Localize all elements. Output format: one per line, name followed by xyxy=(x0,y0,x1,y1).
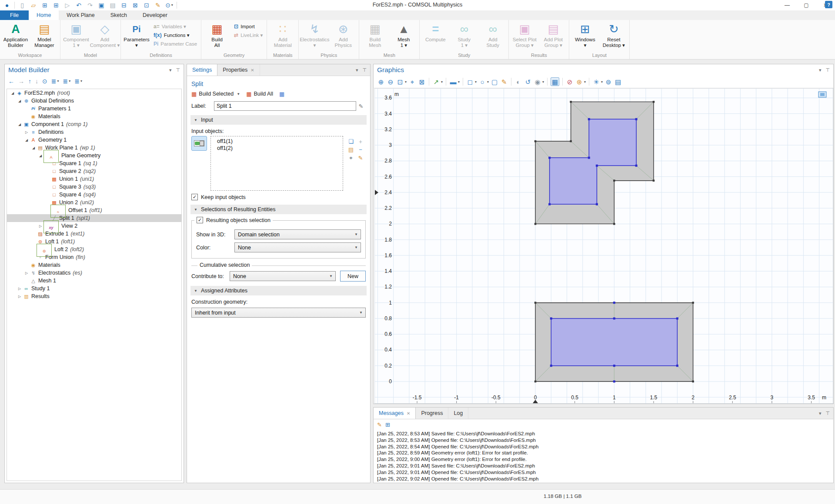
panel-menu-icon[interactable]: ▾ xyxy=(819,411,822,416)
tree-item-loft-2[interactable]: ⊜Loft 2(loft2) xyxy=(7,245,181,253)
settings-tab-properties[interactable]: Properties✕ xyxy=(217,64,260,76)
find-button[interactable]: ⊙▾ xyxy=(164,1,174,10)
ribbon-tab-file[interactable]: File xyxy=(0,10,29,20)
tree-item-split-1[interactable]: ╱Split 1(spl1) xyxy=(7,214,181,222)
color-select[interactable]: None ▼ xyxy=(234,242,361,252)
keep-input-objects-row[interactable]: ✓ Keep input objects xyxy=(191,194,366,200)
show-options-button[interactable]: ⊙ xyxy=(42,78,47,84)
model-manager-button[interactable]: ▤ModelManager xyxy=(30,20,59,48)
zoom-selected-button[interactable]: ⊠ xyxy=(418,78,426,86)
build-all-button[interactable]: ▦BuildAll xyxy=(203,20,231,48)
redo-button[interactable]: ↷ xyxy=(85,1,95,10)
box-select-button[interactable]: ◻▾ xyxy=(466,78,477,86)
collapse-levels-button[interactable]: ≣▾ xyxy=(63,78,70,84)
tree-expand-icon[interactable]: ▷ xyxy=(17,295,23,298)
screenshot-button[interactable]: ⊚ xyxy=(605,78,612,86)
panel-menu-icon[interactable]: ▾ xyxy=(169,68,172,73)
zoom-out-button[interactable]: ⊖ xyxy=(387,78,394,86)
copy-selection-icon[interactable]: ❏ xyxy=(347,139,355,144)
maximize-button[interactable]: ▢ xyxy=(797,0,816,10)
panel-menu-icon[interactable]: ▾ xyxy=(819,68,822,73)
tree-item-study-1[interactable]: ▷∞Study 1 xyxy=(7,285,181,292)
add-selection-icon[interactable]: ＋ xyxy=(356,139,365,144)
pin-icon[interactable]: ⊤ xyxy=(825,68,830,73)
duplicate-button[interactable]: ⊟ xyxy=(119,1,129,10)
tree-item-component-1[interactable]: ◢▣Component 1(comp 1) xyxy=(7,120,181,128)
tree-item-form-union[interactable]: ▫Form Union(fin) xyxy=(7,253,181,261)
zoom-box-button[interactable]: ⊡▾ xyxy=(396,78,407,86)
tree-item-square-3[interactable]: □Square 3(sq3) xyxy=(7,183,181,191)
input-object-item[interactable]: off1(2) xyxy=(211,145,343,152)
view-visibility-button[interactable]: ◉▾ xyxy=(534,78,544,86)
build-all-button[interactable]: ▦ Build All xyxy=(246,91,273,97)
messages-tab-messages[interactable]: Messages✕ xyxy=(374,408,416,419)
pin-icon[interactable]: ⊤ xyxy=(176,68,180,73)
tree-item-extrude-1[interactable]: ▨Extrude 1(ext1) xyxy=(7,230,181,238)
tree-item-union-2[interactable]: ▩Union 2(uni2) xyxy=(7,199,181,206)
tree-item-mesh-1[interactable]: △Mesh 1 xyxy=(7,277,181,285)
section-input[interactable]: ▼ Input xyxy=(190,115,367,125)
tree-item-parameters-1[interactable]: PiParameters 1 xyxy=(7,105,181,113)
tree-item-results[interactable]: ▷▥Results xyxy=(7,292,181,300)
rename-icon[interactable]: ✎ xyxy=(356,103,366,109)
tree-item-loft-1[interactable]: ⊜Loft 1(loft1) xyxy=(7,238,181,245)
paste-button[interactable]: ▤ xyxy=(107,1,118,10)
tree-expand-icon[interactable]: ▷ xyxy=(17,287,23,291)
zoom-in-button[interactable]: ⊕ xyxy=(377,78,385,86)
tree-expand-icon[interactable]: ◢ xyxy=(17,123,23,126)
section-attributes[interactable]: ▼ Assigned Attributes xyxy=(190,286,367,295)
tree-item-work-plane-1[interactable]: ◢▤Work Plane 1(wp 1) xyxy=(7,144,181,152)
color-palette-button[interactable]: ⊛▾ xyxy=(575,78,586,86)
active-selection-toggle[interactable] xyxy=(191,136,207,151)
move-up-button[interactable]: ↑ xyxy=(28,78,31,84)
ribbon-tab-developer[interactable]: Developer xyxy=(135,10,175,20)
messages-tab-log[interactable]: Log xyxy=(448,408,468,419)
save-as-button[interactable]: ⊞ xyxy=(51,1,61,10)
run-button[interactable]: ▷ xyxy=(62,1,73,10)
hide-objects-button[interactable]: ◐ xyxy=(514,78,522,86)
input-object-item[interactable]: off1(1) xyxy=(211,138,343,145)
remove-selection-icon[interactable]: − xyxy=(356,147,365,153)
undo-button[interactable]: ↶ xyxy=(73,1,84,10)
move-down-button[interactable]: ↓ xyxy=(35,78,38,84)
tree-expand-icon[interactable]: ◢ xyxy=(10,91,16,95)
new-button[interactable]: New xyxy=(340,271,366,282)
lasso-select-button[interactable]: ○▾ xyxy=(478,78,489,86)
open-file-button[interactable]: ▱ xyxy=(28,1,39,10)
tree-item-global-definitions[interactable]: ◢⊕Global Definitions xyxy=(7,97,181,105)
windows-button[interactable]: ⊞Windows▾ xyxy=(571,20,599,48)
build-all-objects-button[interactable]: ▦ xyxy=(279,91,284,97)
close-icon[interactable]: ✕ xyxy=(250,68,254,73)
clear-messages-button[interactable]: ✎ xyxy=(377,422,382,428)
label-input[interactable] xyxy=(214,101,356,111)
tree-expand-icon[interactable]: ◢ xyxy=(37,154,43,158)
expand-levels-button[interactable]: ≣▾ xyxy=(51,78,59,84)
select-button[interactable]: ▬▾ xyxy=(449,78,460,86)
tree-item-materials[interactable]: ◉Materials xyxy=(7,113,181,120)
select-entities-button[interactable]: ▢ xyxy=(491,78,498,86)
tree-expand-icon[interactable]: ◢ xyxy=(17,99,23,103)
tree-item-geometry-1[interactable]: ◢AGeometry 1 xyxy=(7,136,181,144)
pin-icon[interactable]: ⊤ xyxy=(825,411,830,416)
graphics-canvas[interactable]: -1.5-1-0.500.511.522.533.500.20.40.60.81… xyxy=(374,88,833,404)
parameters-button[interactable]: PiParameters▾ xyxy=(122,20,151,48)
minimize-button[interactable]: — xyxy=(778,0,797,10)
zoom-to-selection-icon[interactable]: ⌖ xyxy=(347,155,355,161)
scene-light-button[interactable]: ✳▾ xyxy=(592,78,603,86)
mesh-1-button[interactable]: ▲Mesh1 ▾ xyxy=(389,20,418,48)
paste-selection-icon[interactable]: ▤ xyxy=(347,147,355,153)
highlight-button[interactable]: ✎ xyxy=(153,1,163,10)
settings-tab-settings[interactable]: Settings xyxy=(187,64,217,76)
clear-selection-icon[interactable]: ✎ xyxy=(356,155,365,161)
copy-button[interactable]: ▣ xyxy=(96,1,107,10)
tree-item-electrostatics[interactable]: ▷↯Electrostatics(es) xyxy=(7,269,181,277)
pin-icon[interactable]: ⊤ xyxy=(362,68,367,73)
input-objects-list[interactable]: off1(1)off1(2) xyxy=(210,136,343,191)
hide-labels-button[interactable]: ⊘ xyxy=(566,78,574,86)
tree-item-fores2-mph[interactable]: ◢◈ForES2.mph(root) xyxy=(7,89,181,97)
ribbon-tab-work-plane[interactable]: Work Plane xyxy=(59,10,102,20)
tree-expand-icon[interactable]: ◢ xyxy=(23,138,30,142)
zoom-extents-button[interactable]: ⌖ xyxy=(408,78,416,86)
tree-item-definitions[interactable]: ▷≡Definitions xyxy=(7,128,181,136)
model-tree-node-text-button[interactable]: ≣▾ xyxy=(74,78,82,84)
